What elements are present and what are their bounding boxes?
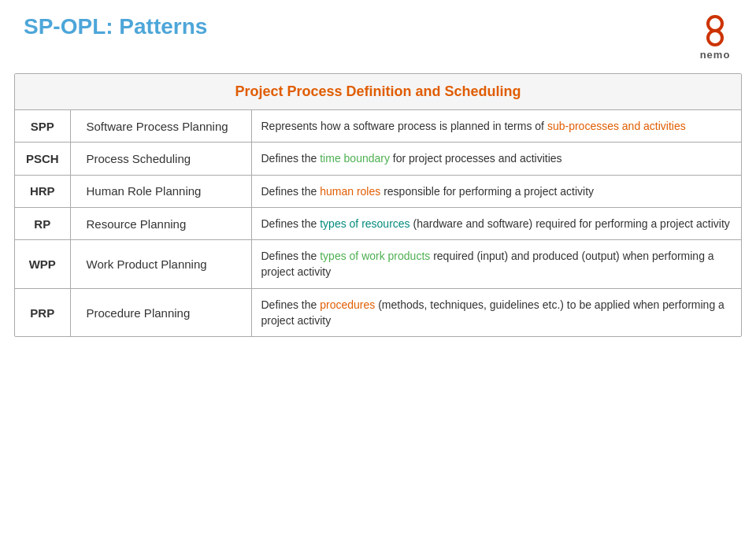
cell-desc: Defines the human roles responsible for … (251, 175, 741, 207)
cell-desc: Defines the procedures (methods, techniq… (251, 288, 741, 336)
table-row: SPPSoftware Process PlanningRepresents h… (15, 110, 741, 143)
cell-name: Human Role Planning (70, 175, 251, 207)
cell-abbr: PSCH (15, 143, 70, 175)
svg-point-1 (708, 31, 722, 45)
svg-point-0 (708, 17, 722, 31)
cell-name: Process Scheduling (70, 143, 251, 175)
page-title: SP-OPL: Patterns (24, 14, 207, 39)
table-row: PSCHProcess SchedulingDefines the time b… (15, 143, 741, 175)
nemo-logo: nemo (698, 14, 732, 61)
main-table-container: Project Process Definition and Schedulin… (14, 73, 742, 337)
table-row: WPPWork Product PlanningDefines the type… (15, 240, 741, 289)
nemo-logo-icon (698, 14, 732, 49)
table-row: PRPProcedure PlanningDefines the procedu… (15, 288, 741, 336)
cell-abbr: RP (15, 207, 70, 239)
cell-desc: Defines the types of resources (hardware… (251, 207, 741, 239)
cell-name: Resource Planning (70, 207, 251, 239)
table-body: SPPSoftware Process PlanningRepresents h… (15, 110, 741, 336)
cell-name: Software Process Planning (70, 110, 251, 143)
cell-abbr: HRP (15, 175, 70, 207)
cell-desc: Defines the types of work products requi… (251, 240, 741, 289)
table-header-title: Project Process Definition and Schedulin… (235, 83, 521, 99)
cell-abbr: SPP (15, 110, 70, 143)
cell-abbr: WPP (15, 240, 70, 289)
cell-name: Procedure Planning (70, 288, 251, 336)
page-header: SP-OPL: Patterns nemo (0, 0, 756, 68)
table-row: HRPHuman Role PlanningDefines the human … (15, 175, 741, 207)
cell-abbr: PRP (15, 288, 70, 336)
cell-desc: Represents how a software process is pla… (251, 110, 741, 143)
nemo-logo-text: nemo (700, 49, 731, 61)
table-header-row: Project Process Definition and Schedulin… (15, 74, 741, 110)
cell-desc: Defines the time boundary for project pr… (251, 143, 741, 175)
cell-name: Work Product Planning (70, 240, 251, 289)
svg-point-2 (713, 29, 717, 32)
table-row: RPResource PlanningDefines the types of … (15, 207, 741, 239)
